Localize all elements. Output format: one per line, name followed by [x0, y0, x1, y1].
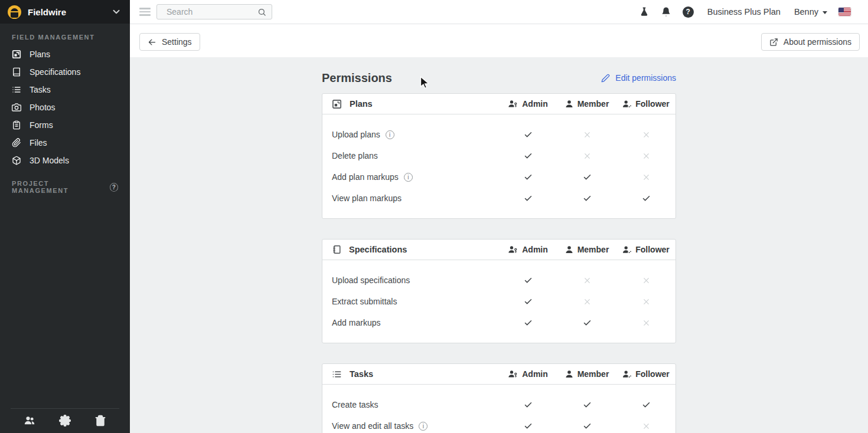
- table-title: Specifications: [349, 245, 407, 254]
- check-icon: [642, 194, 651, 203]
- sidebar-item-forms[interactable]: Forms: [0, 116, 130, 134]
- permissions-card-plans: PlansAdminMemberFollowerUpload plansiDel…: [322, 93, 676, 219]
- check-icon: [524, 297, 533, 306]
- brand-menu[interactable]: Fieldwire: [0, 0, 130, 24]
- sidebar-item-specifications[interactable]: Specifications: [0, 63, 130, 81]
- permission-row: Upload specifications: [322, 270, 676, 291]
- section-project-management: PROJECT MANAGEMENT ?: [12, 180, 118, 194]
- permissions-card-specifications: SpecificationsAdminMemberFollowerUpload …: [322, 239, 676, 343]
- admin-icon: [508, 100, 518, 108]
- permission-label: Extract submittals: [332, 297, 397, 306]
- permission-label: View plan markups: [332, 193, 402, 203]
- tasks-icon: [332, 369, 342, 379]
- permission-label: Add markups: [332, 318, 380, 327]
- search-input[interactable]: [167, 7, 257, 17]
- card-body: Upload plansiDelete plansAdd plan markup…: [322, 114, 676, 218]
- permission-row: Extract submittals: [322, 291, 676, 312]
- sidebar-item-plans[interactable]: Plans: [0, 45, 130, 63]
- cross-icon: [583, 131, 591, 139]
- sidebar: Fieldwire FIELD MANAGEMENT Plans Specifi…: [0, 0, 130, 433]
- edit-permissions-link[interactable]: Edit permissions: [601, 73, 676, 83]
- column-header-follower: Follower: [616, 369, 676, 379]
- check-icon: [524, 152, 533, 160]
- 3d-models-icon: [12, 156, 21, 165]
- content: Permissions Edit permissions PlansAdminM…: [130, 57, 868, 433]
- permission-tables: PlansAdminMemberFollowerUpload plansiDel…: [322, 93, 676, 433]
- cross-icon: [583, 298, 591, 306]
- topbar-right: ? Business Plus Plan Benny: [639, 6, 851, 18]
- users-icon[interactable]: [24, 415, 35, 427]
- card-head: SpecificationsAdminMemberFollower: [322, 240, 676, 260]
- follower-icon: [622, 370, 631, 378]
- permission-label: Create tasks: [332, 400, 378, 409]
- search-icon[interactable]: [257, 8, 266, 17]
- hamburger-icon[interactable]: [139, 8, 151, 16]
- permission-row: Add markups: [322, 312, 676, 333]
- fieldwire-logo: [8, 5, 21, 19]
- plans-icon: [12, 50, 21, 59]
- check-icon: [524, 276, 533, 285]
- card-body: Create tasksView and edit all tasksi: [322, 385, 676, 433]
- column-header-member: Member: [557, 369, 616, 379]
- admin-icon: [508, 370, 518, 378]
- pencil-icon: [601, 74, 610, 83]
- permission-row: Create tasks: [322, 394, 676, 415]
- about-permissions-button[interactable]: About permissions: [761, 33, 860, 51]
- card-head: TasksAdminMemberFollower: [322, 364, 676, 385]
- user-menu[interactable]: Benny: [794, 7, 827, 17]
- permission-label: Upload plans: [332, 130, 380, 139]
- us-flag-icon[interactable]: [838, 8, 851, 16]
- page-title: Permissions: [322, 71, 392, 85]
- info-icon[interactable]: i: [386, 130, 394, 139]
- permissions-card-tasks: TasksAdminMemberFollowerCreate tasksView…: [322, 363, 676, 433]
- specifications-icon: [332, 245, 341, 254]
- check-icon: [524, 130, 533, 139]
- permission-row: Upload plansi: [322, 124, 676, 145]
- chevron-down-icon[interactable]: [111, 6, 122, 17]
- plans-icon: [332, 99, 342, 109]
- column-header-member: Member: [557, 245, 616, 254]
- sidebar-item-photos[interactable]: Photos: [0, 99, 130, 116]
- files-icon: [12, 138, 21, 147]
- check-icon: [583, 422, 592, 431]
- help-icon[interactable]: ?: [683, 6, 694, 18]
- column-header-admin: Admin: [498, 99, 557, 109]
- check-icon: [583, 319, 592, 327]
- sidebar-item-3d-models[interactable]: 3D Models: [0, 152, 130, 169]
- info-icon[interactable]: i: [419, 422, 428, 431]
- search-box: [156, 4, 272, 19]
- photos-icon: [12, 103, 21, 112]
- cross-icon: [642, 131, 650, 139]
- permission-row: Add plan markupsi: [322, 166, 676, 188]
- cross-icon: [642, 319, 650, 327]
- gear-icon[interactable]: [59, 415, 71, 427]
- column-header-follower: Follower: [616, 245, 676, 254]
- permission-row: View and edit all tasksi: [322, 415, 676, 433]
- tasks-icon: [12, 85, 21, 94]
- cross-icon: [583, 277, 591, 284]
- bell-icon[interactable]: [661, 6, 671, 17]
- sidebar-footer: [0, 408, 130, 433]
- sidebar-item-files[interactable]: Files: [0, 134, 130, 152]
- sidebar-item-label: Specifications: [30, 67, 80, 77]
- caret-down-icon: [823, 11, 827, 14]
- cross-icon: [642, 298, 650, 306]
- flask-icon[interactable]: [639, 6, 650, 17]
- cross-icon: [583, 152, 591, 160]
- sidebar-item-label: 3D Models: [30, 156, 69, 165]
- trash-icon[interactable]: [94, 415, 106, 427]
- column-header-follower: Follower: [616, 99, 676, 109]
- settings-back-button[interactable]: Settings: [139, 33, 200, 51]
- info-icon[interactable]: i: [404, 173, 413, 182]
- cross-icon: [642, 277, 650, 284]
- column-header-admin: Admin: [498, 369, 557, 379]
- question-circle-icon[interactable]: ?: [110, 183, 118, 192]
- sidebar-item-tasks[interactable]: Tasks: [0, 81, 130, 99]
- cross-icon: [642, 152, 650, 160]
- plan-badge: Business Plus Plan: [707, 7, 781, 17]
- permission-label: View and edit all tasks: [332, 421, 413, 431]
- check-icon: [524, 401, 533, 409]
- member-icon: [565, 100, 573, 108]
- follower-icon: [622, 245, 631, 254]
- member-icon: [565, 245, 573, 254]
